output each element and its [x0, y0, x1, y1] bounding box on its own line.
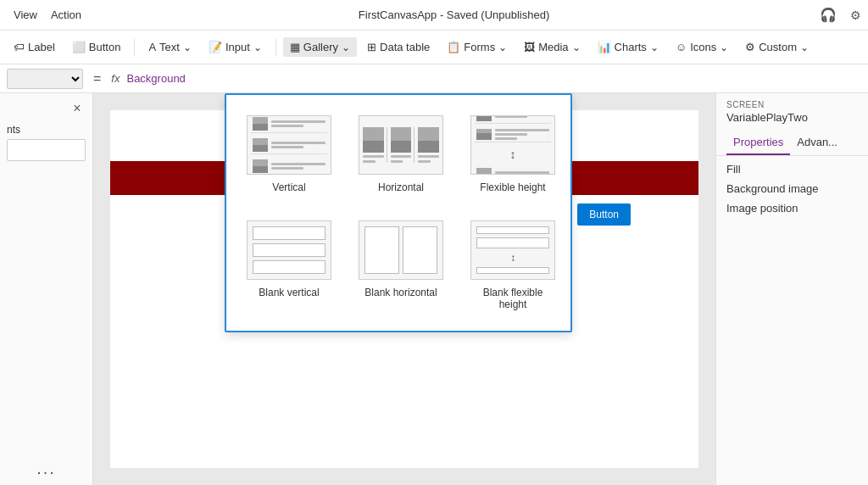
gallery-chevron: [342, 41, 350, 53]
datatable-icon: ⊞: [367, 41, 376, 53]
formula-fx-icon: fx: [111, 72, 120, 85]
action-menu[interactable]: Action: [44, 5, 88, 25]
gallery-item-blank-flexible[interactable]: ↕ Blank flexible height: [464, 214, 562, 317]
flexible-label: Flexible height: [480, 181, 545, 193]
top-bar: View Action FirstCanvasApp - Saved (Unpu…: [0, 0, 868, 31]
prop-image-position[interactable]: Image position: [726, 202, 858, 215]
gallery-item-vertical[interactable]: Vertical: [240, 109, 338, 200]
custom-icon: ⚙: [745, 41, 755, 53]
blank-vertical-icon: [247, 220, 331, 280]
formula-value: Background: [126, 72, 185, 85]
media-chevron: [572, 41, 581, 53]
gallery-dropdown-panel: Vertical: [225, 93, 572, 332]
gallery-item-blank-vertical[interactable]: Blank vertical: [240, 214, 338, 317]
input-icon: 📝: [209, 41, 222, 53]
forms-icon: 📋: [447, 41, 460, 53]
menu-forms[interactable]: 📋 Forms: [440, 37, 514, 57]
blank-horizontal-label: Blank horizontal: [364, 287, 437, 298]
tab-properties[interactable]: Properties: [726, 131, 790, 155]
gallery-icon: ▦: [290, 41, 300, 53]
menu-label[interactable]: 🏷 Label: [7, 37, 62, 57]
menu-input[interactable]: 📝 Input: [202, 37, 269, 57]
text-icon: A: [148, 41, 156, 53]
main-content: × nts ... Button: [0, 93, 868, 485]
menu-custom[interactable]: ⚙ Custom: [738, 37, 815, 57]
screen-section-label: SCREEN: [716, 93, 868, 111]
prop-background-image[interactable]: Background image: [726, 182, 858, 195]
left-panel: × nts ...: [0, 93, 93, 485]
horizontal-label: Horizontal: [378, 181, 424, 193]
menu-text[interactable]: A Text: [142, 37, 198, 57]
formula-dropdown[interactable]: [7, 69, 83, 89]
gallery-grid: Vertical: [240, 109, 557, 317]
formula-bar: = fx Background: [0, 64, 868, 93]
text-chevron: [183, 41, 192, 53]
left-panel-close-button[interactable]: ×: [69, 100, 86, 117]
formula-equals-icon: =: [90, 71, 104, 86]
app-title: FirstCanvasApp - Saved (Unpublished): [88, 8, 820, 21]
tab-advanced[interactable]: Advan...: [790, 131, 844, 155]
menu-button[interactable]: ⬜ Button: [65, 37, 128, 57]
properties-panel: Fill Background image Image position: [716, 156, 868, 221]
vertical-label: Vertical: [272, 181, 305, 193]
charts-chevron: [650, 41, 659, 53]
menu-charts[interactable]: 📊 Charts: [591, 37, 665, 57]
menu-media[interactable]: 🖼 Media: [517, 37, 587, 57]
vertical-icon: [247, 115, 331, 175]
flexible-icon: ↕: [470, 115, 555, 175]
prop-fill[interactable]: Fill: [726, 163, 858, 176]
menu-icons[interactable]: ☺ Icons: [669, 37, 735, 57]
settings-icon[interactable]: ⚙: [850, 8, 861, 22]
charts-icon: 📊: [598, 41, 611, 53]
divider-2: [275, 39, 276, 56]
left-panel-search-input[interactable]: [7, 139, 86, 161]
view-menu[interactable]: View: [7, 5, 44, 25]
button-icon: ⬜: [72, 41, 86, 53]
right-panel-tabs: Properties Advan...: [716, 131, 868, 156]
media-icon: 🖼: [524, 41, 535, 53]
menu-gallery[interactable]: ▦ Gallery: [283, 37, 357, 57]
menu-bar: 🏷 Label ⬜ Button A Text 📝 Input ▦ Galler…: [0, 31, 868, 64]
custom-chevron: [800, 41, 809, 53]
blank-horizontal-icon: [359, 220, 443, 280]
input-chevron: [253, 41, 262, 53]
canvas-button[interactable]: Button: [577, 203, 631, 226]
divider-1: [134, 39, 135, 56]
blank-flexible-icon: ↕: [470, 220, 555, 280]
left-panel-dots: ...: [7, 459, 86, 478]
screen-name: VariablePlayTwo: [716, 111, 868, 131]
canvas-area: Button: [93, 93, 715, 485]
right-panel: SCREEN VariablePlayTwo Properties Advan.…: [715, 93, 868, 485]
label-icon: 🏷: [14, 41, 25, 53]
gallery-item-blank-horizontal[interactable]: Blank horizontal: [352, 214, 450, 317]
gallery-item-horizontal[interactable]: Horizontal: [352, 109, 450, 200]
left-panel-label: nts: [7, 124, 86, 136]
icons-chevron: [720, 41, 728, 53]
horizontal-icon: [359, 115, 443, 175]
headphone-icon[interactable]: 🎧: [820, 7, 837, 23]
top-bar-actions: 🎧 ⚙: [820, 7, 861, 23]
blank-vertical-label: Blank vertical: [259, 287, 319, 298]
blank-flexible-label: Blank flexible height: [470, 287, 555, 310]
gallery-item-flexible[interactable]: ↕ Flexible height: [464, 109, 562, 200]
forms-chevron: [498, 41, 507, 53]
menu-datatable[interactable]: ⊞ Data table: [360, 37, 437, 57]
icons-icon: ☺: [676, 41, 687, 53]
